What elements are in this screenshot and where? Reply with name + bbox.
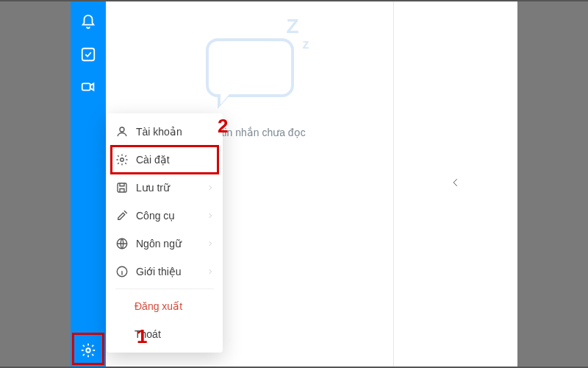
menu-label: Đăng xuất — [135, 300, 182, 312]
checkbox-icon[interactable] — [71, 38, 106, 71]
chevron-right-icon — [207, 182, 214, 194]
info-icon — [115, 265, 129, 278]
svg-rect-5 — [118, 183, 126, 192]
menu-label: Tài khoản — [136, 126, 182, 138]
svg-rect-0 — [82, 49, 95, 61]
video-icon[interactable] — [71, 71, 106, 103]
chevron-right-icon — [207, 266, 214, 277]
save-icon — [115, 181, 129, 194]
user-icon — [115, 125, 129, 138]
chat-bubble-icon — [206, 38, 294, 97]
gear-icon[interactable] — [71, 334, 106, 367]
menu-label: Lưu trữ — [136, 182, 170, 194]
sleep-z-icon: z — [303, 37, 309, 52]
gear-icon — [115, 153, 129, 166]
menu-item-storage[interactable]: Lưu trữ — [107, 174, 223, 202]
menu-item-quit[interactable]: Thoát — [107, 320, 223, 348]
menu-label: Giới thiệu — [136, 266, 182, 277]
sidebar — [71, 1, 106, 367]
menu-label: Cài đặt — [136, 154, 170, 166]
menu-item-settings[interactable]: Cài đặt — [107, 146, 223, 174]
menu-separator — [115, 289, 214, 289]
menu-label: Công cụ — [136, 210, 175, 222]
menu-item-about[interactable]: Giới thiệu — [107, 258, 223, 286]
menu-item-language[interactable]: Ngôn ngữ — [107, 230, 223, 258]
svg-point-2 — [86, 348, 90, 353]
globe-icon — [115, 237, 129, 250]
menu-item-logout[interactable]: Đăng xuất — [107, 292, 223, 320]
bell-icon[interactable] — [71, 6, 106, 38]
svg-point-3 — [120, 127, 124, 132]
menu-item-tools[interactable]: Công cụ — [107, 202, 223, 230]
svg-point-4 — [121, 158, 124, 162]
sleep-z-icon: Z — [287, 15, 299, 38]
chevron-left-icon[interactable] — [451, 174, 461, 194]
svg-rect-1 — [82, 83, 90, 90]
chevron-right-icon — [207, 238, 214, 250]
menu-label: Thoát — [135, 328, 161, 340]
chevron-right-icon — [207, 210, 214, 222]
menu-item-account[interactable]: Tài khoản — [107, 118, 223, 146]
menu-label: Ngôn ngữ — [136, 238, 182, 250]
settings-popup-menu: Tài khoản Cài đặt Lưu trữ Công cụ Ngôn n… — [107, 113, 223, 353]
tools-icon — [115, 209, 129, 222]
detail-pane — [394, 1, 517, 367]
